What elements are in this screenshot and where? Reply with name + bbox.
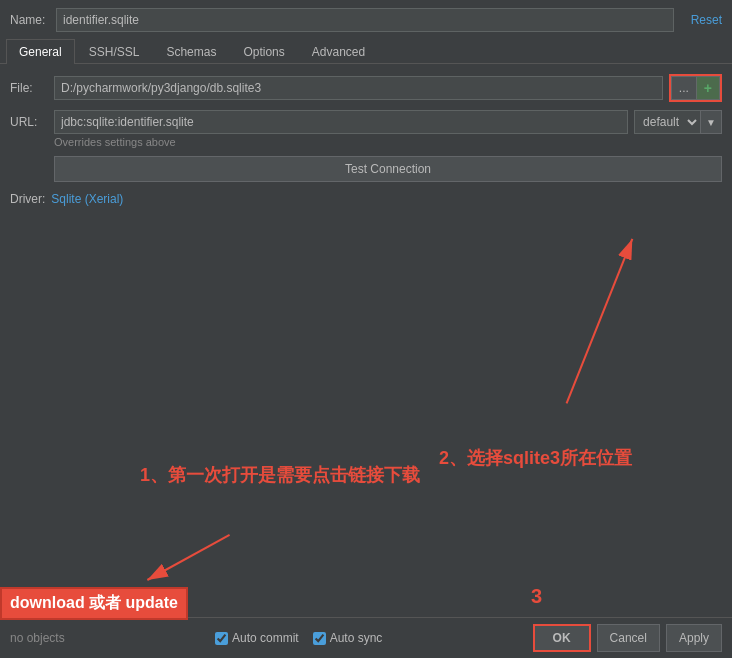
- driver-row: Driver: Sqlite (Xerial): [10, 192, 722, 206]
- test-connection-button[interactable]: Test Connection: [54, 156, 722, 182]
- driver-label: Driver:: [10, 192, 45, 206]
- annotation-text-2: 2、选择sqlite3所在位置: [439, 446, 632, 470]
- file-row: File: ... +: [10, 74, 722, 102]
- annotation-text-1: 1、第一次打开是需要点击链接下载: [140, 463, 420, 487]
- tab-general[interactable]: General: [6, 39, 75, 64]
- url-dropdown-arrow[interactable]: ▼: [700, 110, 722, 134]
- no-objects-text: no objects: [10, 631, 65, 645]
- content-spacer: 2、选择sqlite3所在位置 1、第一次打开是需要点击链接下载: [10, 206, 722, 617]
- dialog: Name: Reset General SSH/SSL Schemas Opti…: [0, 0, 732, 658]
- overrides-text: Overrides settings above: [54, 136, 722, 148]
- checkboxes-area: Auto commit Auto sync: [215, 631, 382, 645]
- tab-options[interactable]: Options: [230, 39, 297, 64]
- file-buttons-container: ... +: [669, 74, 722, 102]
- dialog-buttons: OK Cancel Apply: [533, 624, 722, 652]
- url-scheme-select[interactable]: default: [634, 110, 700, 134]
- svg-line-2: [147, 535, 229, 580]
- tabs-row: General SSH/SSL Schemas Options Advanced: [0, 38, 732, 64]
- file-browse-button[interactable]: ...: [671, 76, 696, 100]
- file-input[interactable]: [54, 76, 663, 100]
- cancel-button[interactable]: Cancel: [597, 624, 660, 652]
- annotation-number-3: 3: [531, 585, 542, 608]
- name-input[interactable]: [56, 8, 674, 32]
- tab-sshssl[interactable]: SSH/SSL: [76, 39, 153, 64]
- auto-sync-label: Auto sync: [330, 631, 383, 645]
- tab-schemas[interactable]: Schemas: [153, 39, 229, 64]
- auto-sync-checkbox-label[interactable]: Auto sync: [313, 631, 383, 645]
- name-row: Name: Reset: [0, 0, 732, 38]
- name-label: Name:: [10, 13, 48, 27]
- url-input[interactable]: [54, 110, 628, 134]
- auto-commit-label: Auto commit: [232, 631, 299, 645]
- auto-commit-checkbox-label[interactable]: Auto commit: [215, 631, 299, 645]
- auto-commit-checkbox[interactable]: [215, 632, 228, 645]
- apply-button[interactable]: Apply: [666, 624, 722, 652]
- url-label: URL:: [10, 115, 48, 129]
- reset-link[interactable]: Reset: [682, 13, 722, 27]
- url-row: URL: default ▼: [10, 110, 722, 134]
- url-dropdown-container: default ▼: [634, 110, 722, 134]
- auto-sync-checkbox[interactable]: [313, 632, 326, 645]
- bottom-bar: no objects Auto commit Auto sync OK Canc…: [0, 617, 732, 658]
- content-area: File: ... + URL: default ▼ Overrides set…: [0, 64, 732, 617]
- svg-line-1: [567, 239, 633, 403]
- file-add-button[interactable]: +: [696, 76, 720, 100]
- tab-advanced[interactable]: Advanced: [299, 39, 378, 64]
- driver-link[interactable]: Sqlite (Xerial): [51, 192, 123, 206]
- ok-button[interactable]: OK: [533, 624, 591, 652]
- bottom-annotation-box: download 或者 update: [0, 587, 188, 620]
- arrow-overlay: [10, 206, 722, 617]
- file-label: File:: [10, 81, 48, 95]
